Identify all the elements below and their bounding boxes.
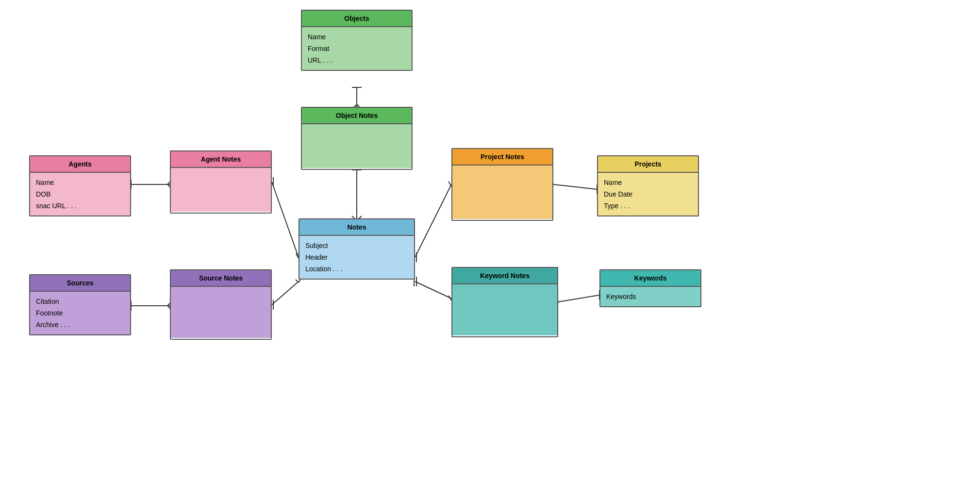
keywords-body: Keywords: [600, 287, 700, 306]
agent-notes-header: Agent Notes: [171, 151, 271, 168]
keyword-notes-body: [452, 284, 557, 335]
object-notes-entity: Object Notes: [301, 107, 413, 170]
sources-field-1: Footnote: [36, 307, 124, 319]
svg-line-35: [296, 280, 299, 282]
agent-notes-entity: Agent Notes: [170, 150, 272, 214]
agents-field-2: snac URL . . .: [36, 200, 124, 212]
agents-body: Name DOB snac URL . . .: [30, 173, 130, 215]
objects-body: Name Format URL . . .: [302, 27, 412, 70]
agents-field-0: Name: [36, 177, 124, 188]
objects-field-1: Format: [308, 43, 406, 54]
notes-field-1: Header: [305, 251, 408, 263]
objects-field-0: Name: [308, 31, 406, 43]
source-notes-body: [171, 287, 271, 338]
agent-notes-body: [171, 168, 271, 212]
project-notes-entity: Project Notes: [451, 148, 553, 221]
agents-entity: Agents Name DOB snac URL . . .: [29, 155, 131, 216]
object-notes-header: Object Notes: [302, 108, 412, 124]
svg-line-39: [415, 281, 451, 298]
objects-entity: Objects Name Format URL . . .: [301, 10, 413, 71]
projects-entity: Projects Name Due Date Type . . .: [597, 155, 699, 216]
object-notes-body: [302, 124, 412, 168]
sources-entity: Sources Citation Footnote Archive . . .: [29, 274, 131, 335]
project-notes-body: [452, 166, 552, 219]
notes-field-2: Location . . .: [305, 263, 408, 275]
connectors-svg: [0, 0, 980, 480]
keywords-entity: Keywords Keywords: [599, 269, 701, 307]
svg-line-44: [558, 295, 599, 302]
projects-header: Projects: [598, 156, 698, 173]
agents-header: Agents: [30, 156, 130, 173]
svg-line-19: [415, 184, 451, 257]
keywords-field-0: Keywords: [606, 291, 695, 302]
notes-header: Notes: [299, 219, 414, 236]
svg-line-14: [272, 182, 299, 257]
keywords-header: Keywords: [600, 270, 700, 287]
project-notes-header: Project Notes: [452, 149, 552, 166]
sources-body: Citation Footnote Archive . . .: [30, 292, 130, 334]
source-notes-entity: Source Notes: [170, 269, 272, 340]
sources-field-2: Archive . . .: [36, 319, 124, 331]
source-notes-header: Source Notes: [171, 270, 271, 287]
projects-field-1: Due Date: [604, 188, 692, 200]
notes-body: Subject Header Location . . .: [299, 236, 414, 279]
diagram-container: Objects Name Format URL . . . Object Not…: [0, 0, 980, 480]
objects-field-2: URL . . .: [308, 54, 406, 66]
projects-body: Name Due Date Type . . .: [598, 173, 698, 215]
projects-field-0: Name: [604, 177, 692, 188]
notes-field-0: Subject: [305, 240, 408, 251]
sources-field-0: Citation: [36, 296, 124, 307]
notes-entity: Notes Subject Header Location . . .: [299, 218, 415, 280]
sources-header: Sources: [30, 275, 130, 292]
svg-line-34: [272, 281, 299, 305]
objects-header: Objects: [302, 11, 412, 27]
svg-line-24: [553, 184, 597, 189]
keyword-notes-entity: Keyword Notes: [451, 267, 558, 337]
keyword-notes-header: Keyword Notes: [452, 268, 557, 284]
agents-field-1: DOB: [36, 188, 124, 200]
svg-line-36: [299, 280, 300, 282]
projects-field-2: Type . . .: [604, 200, 692, 212]
